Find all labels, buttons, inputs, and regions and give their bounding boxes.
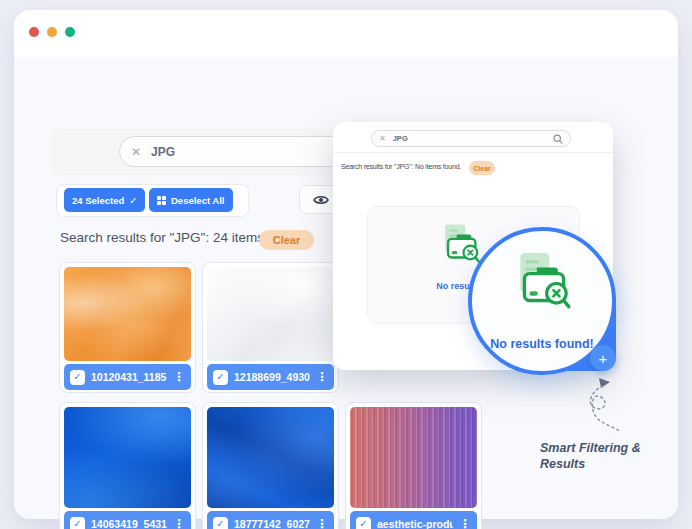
popup-search-input[interactable] (391, 133, 548, 144)
deselect-all-button[interactable]: Deselect All (149, 188, 233, 212)
image-thumbnail (207, 267, 334, 361)
check-icon: ✓ (73, 519, 81, 529)
kebab-menu-icon[interactable]: ⋮ (173, 518, 185, 529)
search-icon (553, 134, 563, 144)
kebab-menu-icon[interactable]: ⋮ (316, 371, 328, 383)
popup-clear-button[interactable]: Clear (469, 161, 495, 175)
grid-icon (157, 196, 166, 205)
screenshot-canvas: ✕ 24 Selected ✓ Deselect All (0, 0, 692, 529)
checkbox-checked[interactable]: ✓ (213, 370, 228, 385)
add-fab-button[interactable]: + (590, 345, 616, 371)
no-results-folder-icon (510, 251, 576, 317)
image-card[interactable]: ✓ 18777142_60272… ⋮ (202, 402, 339, 529)
plus-icon: + (599, 350, 608, 367)
popup-search-bar[interactable]: ✕ (371, 130, 571, 147)
image-caption-bar: ✓ 10120431_1185.jpg ⋮ (64, 364, 191, 390)
image-card[interactable]: ✓ 12188699_4930… ⋮ (202, 262, 339, 393)
image-thumbnail (64, 407, 191, 508)
deselect-all-label: Deselect All (171, 195, 225, 206)
image-card[interactable]: ✓ 10120431_1185.jpg ⋮ (59, 262, 196, 393)
check-icon: ✓ (216, 372, 224, 382)
window-expand-button[interactable] (65, 27, 75, 37)
check-icon: ✓ (216, 519, 224, 529)
eye-icon (313, 194, 329, 206)
popup-results-message: Search results for "JPG": No items found… (341, 163, 461, 170)
image-caption-bar: ✓ 12188699_4930… ⋮ (207, 364, 334, 390)
selected-count-label: 24 Selected (72, 195, 124, 206)
check-icon: ✓ (129, 195, 137, 206)
window-minimize-button[interactable] (47, 27, 57, 37)
image-filename: 18777142_60272… (234, 518, 310, 529)
image-caption-bar: ✓ aesthetic-produ… ⋮ (350, 511, 477, 529)
checkbox-checked[interactable]: ✓ (70, 517, 85, 529)
no-results-folder-icon (438, 223, 484, 269)
kebab-menu-icon[interactable]: ⋮ (173, 371, 185, 383)
check-icon: ✓ (359, 519, 367, 529)
checkbox-checked[interactable]: ✓ (213, 517, 228, 529)
image-thumbnail (350, 407, 477, 508)
annotation-line1: Smart Filtering & (540, 440, 680, 456)
image-filename: 10120431_1185.jpg (91, 371, 167, 383)
image-caption-bar: ✓ 18777142_60272… ⋮ (207, 511, 334, 529)
divider (333, 152, 613, 153)
clear-results-button[interactable]: Clear (259, 230, 314, 250)
squiggle-arrow-icon (578, 374, 638, 436)
clear-search-icon[interactable]: ✕ (379, 135, 386, 143)
selected-count-button[interactable]: 24 Selected ✓ (64, 188, 145, 212)
image-filename: 12188699_4930… (234, 371, 310, 383)
feature-annotation: Smart Filtering & Results (540, 440, 680, 473)
check-icon: ✓ (73, 372, 81, 382)
magnified-empty-state-text: No results found! (482, 337, 602, 351)
image-caption-bar: ✓ 14063419_54319… ⋮ (64, 511, 191, 529)
clear-search-icon[interactable]: ✕ (131, 146, 141, 158)
image-thumbnail (64, 267, 191, 361)
checkbox-checked[interactable]: ✓ (70, 370, 85, 385)
image-filename: 14063419_54319… (91, 518, 167, 529)
image-card[interactable]: ✓ 14063419_54319… ⋮ (59, 402, 196, 529)
image-filename: aesthetic-produ… (377, 518, 453, 529)
window-close-button[interactable] (29, 27, 39, 37)
image-thumbnail (207, 407, 334, 508)
checkbox-checked[interactable]: ✓ (356, 517, 371, 529)
annotation-line2: Results (540, 456, 680, 472)
kebab-menu-icon[interactable]: ⋮ (316, 518, 328, 529)
kebab-menu-icon[interactable]: ⋮ (459, 518, 471, 529)
image-card[interactable]: ✓ aesthetic-produ… ⋮ (345, 402, 482, 529)
